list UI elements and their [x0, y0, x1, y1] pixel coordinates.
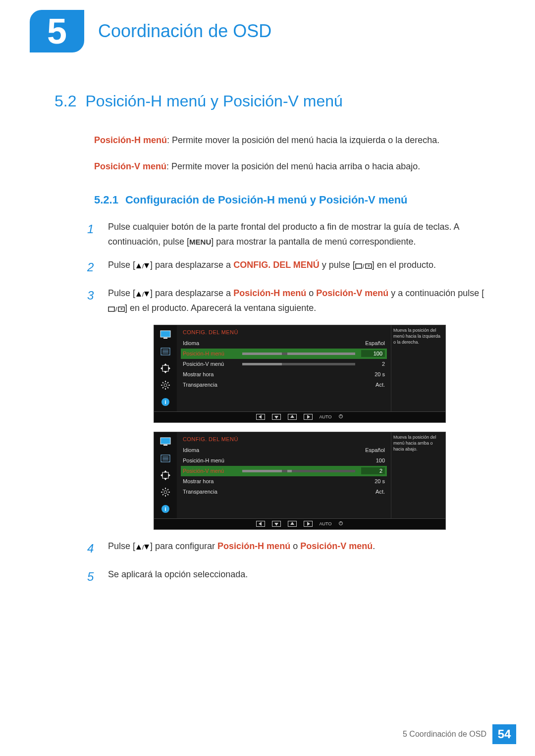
- subsection-title: Configuración de Posición-H menú y Posic…: [125, 194, 408, 206]
- nav-auto-label: AUTO: [320, 521, 332, 526]
- svg-marker-22: [168, 367, 170, 370]
- svg-marker-48: [164, 478, 167, 480]
- step3-target2: Posición-V menú: [316, 288, 388, 298]
- section-heading: 5.2 Posición-H menú y Posición-V menú: [54, 92, 495, 110]
- step-2: 2 Pulse [/] para desplazarse a CONFIG. D…: [87, 257, 495, 278]
- osd-label: Idioma: [183, 340, 242, 346]
- svg-rect-41: [163, 445, 167, 446]
- svg-rect-3: [356, 264, 362, 268]
- svg-marker-35: [274, 416, 278, 419]
- step2-text-d: ] en el producto.: [372, 260, 436, 270]
- step5-text: Se aplicará la opción seleccionada.: [108, 567, 495, 587]
- info-icon: i: [158, 396, 173, 408]
- osd-row-transp: Transparencia Act.: [181, 487, 387, 497]
- section-title: Posición-H menú y Posición-V menú: [85, 92, 342, 110]
- chapter-number-badge: 5: [30, 10, 84, 52]
- svg-marker-6: [136, 292, 141, 297]
- monitor-icon: [158, 435, 173, 448]
- osd-label: Idioma: [183, 447, 242, 453]
- step-3: 3 Pulse [/] para desplazarse a Posición-…: [87, 286, 495, 316]
- svg-marker-21: [160, 367, 162, 370]
- svg-marker-64: [290, 522, 294, 525]
- nav-up-icon: [288, 414, 297, 420]
- nav-down-icon: [272, 521, 281, 527]
- step4-or: o: [290, 541, 300, 551]
- osd-label: Mostrar hora: [183, 478, 242, 484]
- osd-screenshot-h: i CONFIG. DEL MENÚ Idioma Español Posici…: [154, 325, 446, 423]
- chapter-title: Coordinación de OSD: [98, 21, 271, 42]
- step4-target2: Posición-V menú: [300, 541, 373, 551]
- svg-line-56: [162, 489, 163, 490]
- svg-line-28: [162, 382, 163, 383]
- svg-rect-9: [108, 307, 114, 311]
- svg-line-58: [162, 494, 163, 495]
- osd-row-pos-v: Posición-V menú 2: [181, 466, 387, 476]
- osd-value: 20 s: [361, 478, 385, 484]
- osd-label: Mostrar hora: [183, 371, 242, 377]
- nav-left-icon: [256, 414, 265, 420]
- svg-text:/: /: [142, 544, 144, 551]
- move-icon: [158, 469, 173, 482]
- osd-value: 20 s: [361, 371, 385, 377]
- osd-label: Transparencia: [183, 382, 242, 388]
- desc-h-text: : Permite mover la posición del menú hac…: [167, 135, 439, 145]
- osd-title: CONFIG. DEL MENÚ: [181, 435, 387, 445]
- svg-marker-49: [160, 474, 162, 477]
- svg-rect-40: [160, 438, 170, 444]
- step3-text-b: ] para desplazarse a: [150, 288, 233, 298]
- osd-nav-footer: AUTO: [154, 412, 446, 423]
- osd-row-pos-v: Posición-V menú 2: [181, 359, 387, 369]
- osd-sidebar: i: [154, 432, 177, 518]
- step-1: 1 Pulse cualquier botón de la parte fron…: [87, 219, 495, 250]
- step-list: 1 Pulse cualquier botón de la parte fron…: [87, 219, 495, 316]
- osd-value: 2: [361, 467, 385, 474]
- svg-rect-46: [162, 472, 168, 478]
- power-icon: [338, 521, 343, 527]
- osd-value: Act.: [361, 489, 385, 495]
- osd-slider: [242, 353, 355, 355]
- svg-marker-62: [259, 522, 262, 526]
- step4-text-b: ] para configurar: [150, 541, 217, 551]
- step-number: 2: [87, 257, 98, 278]
- power-icon: [338, 414, 343, 420]
- menu-button-label: MENU: [189, 238, 211, 246]
- svg-text:/: /: [142, 263, 144, 269]
- svg-point-23: [164, 384, 167, 387]
- nav-right-icon: [304, 414, 313, 420]
- svg-marker-19: [164, 363, 167, 365]
- step1-text-b: ] para mostrar la pantalla de menú corre…: [211, 237, 416, 247]
- step2-text-a: Pulse [: [108, 260, 135, 270]
- svg-marker-2: [144, 263, 149, 268]
- svg-marker-37: [307, 415, 310, 419]
- osd-title: CONFIG. DEL MENÚ: [181, 328, 387, 338]
- svg-marker-8: [144, 292, 149, 297]
- gear-icon: [158, 486, 173, 499]
- subsection-heading: 5.2.1 Configuración de Posición-H menú y…: [94, 194, 495, 206]
- osd-row-pos-h: Posición-H menú 100: [181, 349, 387, 359]
- nav-auto-label: AUTO: [320, 414, 332, 419]
- svg-rect-18: [162, 365, 168, 371]
- step3-target1: Posición-H menú: [233, 288, 306, 298]
- nav-up-icon: [288, 521, 297, 527]
- desc-v-label: Posición-V menú: [94, 161, 166, 171]
- step2-target: CONFIG. DEL MENÚ: [233, 260, 320, 270]
- footer-chapter-text: 5 Coordinación de OSD: [403, 730, 486, 739]
- osd-row-mostrar: Mostrar hora 20 s: [181, 369, 387, 380]
- osd-label: Posición-H menú: [183, 351, 242, 356]
- osd-row-transp: Transparencia Act.: [181, 380, 387, 390]
- svg-marker-70: [144, 545, 149, 550]
- osd-value: 100: [361, 457, 385, 463]
- osd-value: Act.: [361, 382, 385, 388]
- desc-h-label: Posición-H menú: [94, 135, 167, 145]
- nav-left-icon: [256, 521, 265, 527]
- up-down-icon: /: [135, 291, 150, 298]
- nav-down-icon: [272, 414, 281, 420]
- section-number: 5.2: [54, 92, 76, 110]
- svg-rect-12: [160, 331, 170, 337]
- move-icon: [158, 362, 173, 375]
- osd-label: Transparencia: [183, 489, 242, 495]
- osd-row-idioma: Idioma Español: [181, 445, 387, 455]
- step-number: 5: [87, 567, 98, 587]
- svg-text:/: /: [363, 263, 365, 269]
- list-icon: [158, 345, 173, 358]
